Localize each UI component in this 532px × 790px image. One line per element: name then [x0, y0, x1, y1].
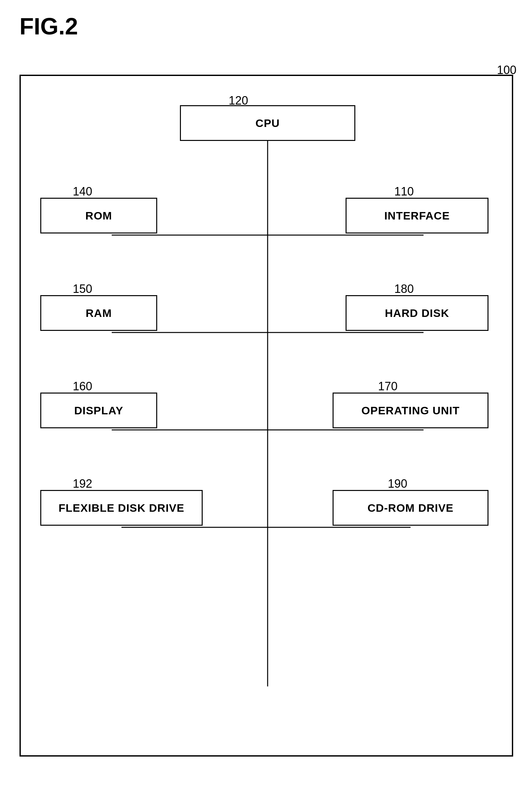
opunit-box: OPERATING UNIT: [332, 392, 489, 428]
rom-ref-label: 140: [73, 185, 92, 198]
rom-box: ROM: [40, 198, 157, 233]
system-boundary-box: 120 CPU 140 ROM 110 INTERFACE 150 RAM 18…: [19, 75, 513, 756]
display-box: DISPLAY: [40, 392, 157, 428]
ram-box: RAM: [40, 295, 157, 331]
cdrom-box: CD-ROM DRIVE: [332, 490, 489, 526]
interface-box: INTERFACE: [346, 198, 489, 233]
fdd-ref-label: 192: [73, 477, 92, 490]
display-ref-label: 160: [73, 380, 92, 393]
opunit-ref-label: 170: [378, 380, 398, 393]
harddisk-box: HARD DISK: [346, 295, 489, 331]
cpu-box: CPU: [180, 105, 355, 141]
cdrom-ref-label: 190: [388, 477, 407, 490]
fdd-box: FLEXIBLE DISK DRIVE: [40, 490, 203, 526]
harddisk-ref-label: 180: [394, 282, 414, 296]
figure-title: FIG.2: [19, 13, 78, 40]
interface-ref-label: 110: [394, 185, 414, 198]
ram-ref-label: 150: [73, 282, 92, 296]
